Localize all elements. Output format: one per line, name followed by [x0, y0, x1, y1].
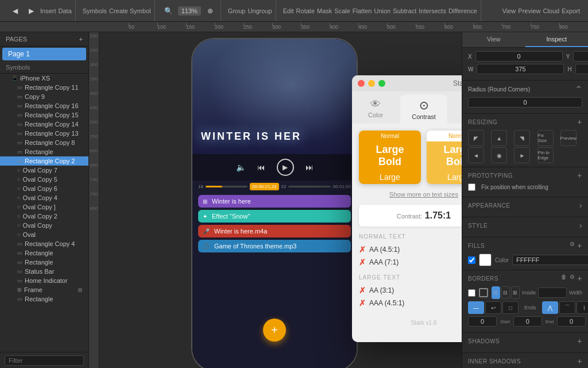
- flatten-label[interactable]: Flatten: [353, 7, 372, 14]
- end-flat[interactable]: —: [468, 301, 484, 314]
- y-input[interactable]: [573, 51, 588, 62]
- dash-input[interactable]: [557, 316, 586, 327]
- join-bevel[interactable]: ⌇: [577, 301, 588, 314]
- zoom-out-btn[interactable]: 🔍: [162, 4, 176, 18]
- next-btn[interactable]: ⏭: [305, 163, 314, 172]
- tab-inspect[interactable]: Inspect: [525, 32, 589, 47]
- progress-track[interactable]: [206, 186, 247, 187]
- minimize-dot[interactable]: [368, 80, 375, 87]
- pin-label[interactable]: Pin to Edge: [537, 147, 554, 163]
- borders-settings-icon[interactable]: ⚙: [570, 274, 575, 283]
- group-label[interactable]: Group: [228, 7, 246, 14]
- show-more-link[interactable]: Show more on text sizes: [359, 191, 462, 198]
- layer-iphone-xs[interactable]: 📱 iPhone XS: [0, 74, 88, 83]
- fill-color-swatch[interactable]: [479, 254, 492, 266]
- edit-label[interactable]: Edit: [283, 7, 294, 14]
- border-color-swatch[interactable]: [479, 288, 488, 297]
- subtract-label[interactable]: Subtract: [393, 7, 416, 14]
- pin-mr[interactable]: ►: [514, 147, 530, 163]
- export-label[interactable]: Export: [562, 7, 580, 14]
- insert-label[interactable]: Insert: [40, 7, 56, 14]
- end-input[interactable]: [513, 316, 542, 327]
- pin-ml[interactable]: ◄: [468, 147, 484, 163]
- play-btn[interactable]: ▶: [277, 159, 294, 176]
- zoom-in-btn[interactable]: ⊕: [203, 4, 217, 18]
- prototyping-expand[interactable]: +: [577, 171, 582, 180]
- progress-track-2[interactable]: [288, 186, 330, 187]
- zoom-value[interactable]: 113%: [178, 6, 201, 16]
- layer-rect[interactable]: ▭ Rectangle: [0, 147, 88, 156]
- fix-size[interactable]: Fix Size: [537, 130, 554, 146]
- layer-oval-copy-2[interactable]: ○ Oval Copy 2: [0, 212, 88, 221]
- style-expand[interactable]: ›: [579, 221, 582, 230]
- layer-oval-copy-4[interactable]: ○ Oval Copy 4: [0, 193, 88, 202]
- radius-input[interactable]: [468, 97, 582, 108]
- track-item-2[interactable]: ✦ Effect "Snow": [198, 210, 351, 223]
- layer-rect-copy-14[interactable]: ▭ Rectangle Copy 14: [0, 120, 88, 129]
- layer-frame[interactable]: ⊞ Frame ⚙: [0, 285, 88, 294]
- forward-btn[interactable]: ▶: [24, 4, 38, 18]
- layer-oval-copy-3[interactable]: ○ Oval Copy ]: [0, 202, 88, 212]
- tab-contrast[interactable]: ⊙ Contrast: [400, 95, 447, 124]
- ungroup-label[interactable]: Ungroup: [247, 7, 272, 14]
- track-item-3[interactable]: 🎤 Winter is here.m4a: [198, 225, 351, 237]
- join-round[interactable]: ⌒: [559, 301, 575, 314]
- add-page-btn[interactable]: +: [79, 36, 83, 43]
- track-item-1[interactable]: ⊞ Winter is here: [198, 195, 351, 208]
- union-label[interactable]: Union: [374, 7, 390, 14]
- page-1-item[interactable]: Page 1: [2, 48, 86, 60]
- layer-oval[interactable]: ○ Oval: [0, 230, 88, 239]
- layer-rect-copy-11[interactable]: ▭ Rectangle Copy 11: [0, 83, 88, 92]
- layer-status-bar[interactable]: ▭ Status Bar: [0, 267, 88, 276]
- difference-label[interactable]: Difference: [448, 7, 477, 14]
- layer-rect-copy-13[interactable]: ▭ Rectangle Copy 13: [0, 129, 88, 138]
- pin-tl[interactable]: ◤: [468, 130, 484, 146]
- fix-position-checkbox[interactable]: [468, 183, 475, 191]
- border-inside[interactable]: ⊟: [501, 286, 510, 299]
- layer-rect-3[interactable]: ▭ Rectangle: [0, 258, 88, 267]
- border-outside[interactable]: ⊞: [511, 286, 520, 299]
- layer-rect-copy-16[interactable]: ▭ Rectangle Copy 16: [0, 101, 88, 110]
- fills-settings-icon[interactable]: ⚙: [570, 241, 575, 250]
- canvas-area[interactable]: WINTER IS HER 🔈 ⏮ ▶ ⏭ 18: [99, 32, 462, 368]
- pin-mc[interactable]: ◉: [491, 147, 507, 163]
- layer-oval-copy-7[interactable]: ○ Oval Copy 7: [0, 166, 88, 175]
- cloud-label[interactable]: Cloud: [543, 7, 559, 14]
- appearance-expand[interactable]: ›: [579, 201, 582, 210]
- layer-rect-4[interactable]: ▭ Rectangle: [0, 294, 88, 304]
- pin-tr[interactable]: ◥: [514, 130, 530, 146]
- end-square[interactable]: □: [502, 301, 519, 314]
- symbols-label[interactable]: Symbols: [83, 7, 107, 14]
- layer-oval-copy-5[interactable]: ○ Oval Copy 5: [0, 175, 88, 184]
- volume-icon[interactable]: 🔈: [236, 163, 246, 172]
- borders-enabled[interactable]: [468, 289, 475, 297]
- data-label[interactable]: Data: [59, 7, 72, 14]
- start-input[interactable]: [468, 316, 497, 327]
- track-item-4[interactable]: 🎵 Game of Thrones theme.mp3: [198, 240, 351, 252]
- tab-color[interactable]: 👁 Color: [357, 95, 394, 124]
- fab-btn[interactable]: +: [263, 319, 286, 342]
- layer-oval-copy-6[interactable]: ○ Oval Copy 6: [0, 184, 88, 193]
- maximize-dot[interactable]: [378, 80, 385, 87]
- fills-add[interactable]: +: [577, 241, 582, 250]
- layer-rect-copy-9[interactable]: ▭ Copy 9: [0, 92, 88, 101]
- layer-rect-copy-4[interactable]: ▭ Rectangle Copy 4: [0, 239, 88, 248]
- preview-label[interactable]: Preview: [518, 7, 540, 14]
- pin-tc[interactable]: ▲: [491, 130, 507, 146]
- end-round[interactable]: ↩: [485, 301, 501, 314]
- inner-shadows-add[interactable]: +: [577, 356, 582, 366]
- layer-rect-2[interactable]: ▭ Rectangle: [0, 248, 88, 258]
- shadows-add[interactable]: +: [577, 336, 582, 346]
- h-input[interactable]: [575, 64, 588, 74]
- mask-label[interactable]: Mask: [317, 7, 332, 14]
- resizing-expand[interactable]: +: [577, 117, 582, 126]
- create-symbol-label[interactable]: Create Symbol: [109, 7, 151, 14]
- join-miter[interactable]: ⋀: [542, 301, 558, 314]
- layer-rect-copy-2[interactable]: ▭ Rectangle Copy 2: [0, 156, 88, 166]
- close-dot[interactable]: [358, 80, 365, 87]
- scale-label[interactable]: Scale: [334, 7, 350, 14]
- layer-oval-copy[interactable]: ○ Oval Copy: [0, 221, 88, 230]
- preview-cell[interactable]: Preview: [560, 130, 577, 146]
- layer-rect-copy-8[interactable]: ▭ Rectangle Copy 8: [0, 138, 88, 147]
- borders-add[interactable]: +: [577, 274, 582, 283]
